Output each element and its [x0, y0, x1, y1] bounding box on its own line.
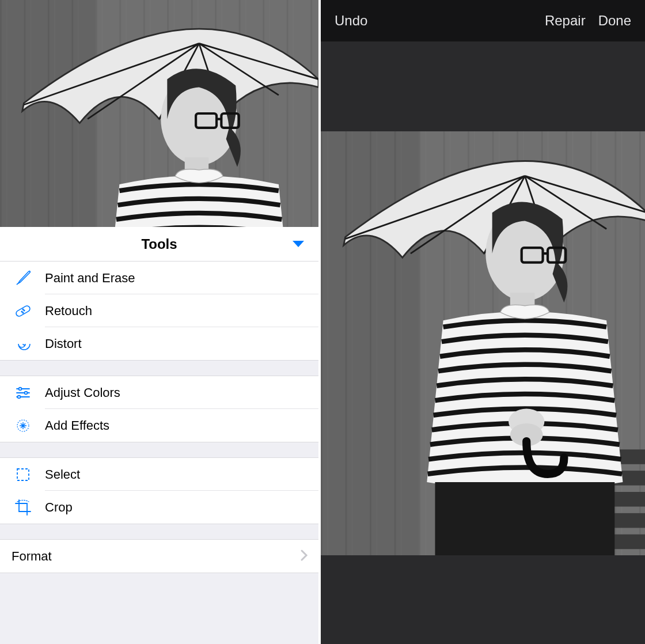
- preview-image-right[interactable]: [321, 131, 645, 555]
- brush-icon: [12, 267, 35, 290]
- tools-header[interactable]: Tools: [0, 227, 318, 262]
- tool-retouch[interactable]: Retouch: [0, 294, 318, 327]
- tool-label: Distort: [45, 336, 82, 351]
- tools-group-1: Paint and Erase Retouch: [0, 262, 318, 360]
- repair-toolbar: Undo Repair Done: [321, 0, 645, 41]
- format-row[interactable]: Format: [0, 540, 318, 573]
- tool-label: Add Effects: [45, 418, 109, 433]
- tool-adjust-colors[interactable]: Adjust Colors: [0, 376, 318, 409]
- canvas-padding-bottom: [321, 555, 645, 644]
- bandage-icon: [12, 300, 35, 323]
- svg-rect-31: [17, 469, 29, 480]
- left-pane: Tools Paint and Erase: [0, 0, 318, 644]
- tools-title: Tools: [141, 236, 177, 252]
- tool-crop[interactable]: Crop: [0, 491, 318, 524]
- undo-button[interactable]: Undo: [335, 13, 367, 29]
- done-button[interactable]: Done: [598, 13, 631, 29]
- tool-label: Select: [45, 467, 80, 482]
- repair-button[interactable]: Repair: [545, 13, 586, 29]
- tool-add-effects[interactable]: Add Effects: [0, 409, 318, 442]
- tool-label: Adjust Colors: [45, 385, 120, 400]
- tool-label: Retouch: [45, 304, 92, 319]
- right-pane: Undo Repair Done: [318, 0, 645, 644]
- svg-rect-19: [15, 305, 31, 317]
- chevron-right-icon: [300, 549, 308, 564]
- sparkle-icon: [12, 414, 35, 437]
- crop-icon: [12, 496, 35, 519]
- canvas-padding-top: [321, 41, 645, 131]
- sliders-icon: [12, 381, 35, 404]
- svg-point-21: [24, 310, 25, 311]
- format-label: Format: [12, 549, 52, 564]
- tool-select[interactable]: Select: [0, 458, 318, 491]
- svg-point-29: [18, 395, 21, 398]
- collapse-caret-icon[interactable]: [292, 240, 305, 248]
- svg-point-22: [22, 309, 24, 310]
- svg-point-20: [21, 311, 22, 312]
- tool-label: Crop: [45, 500, 73, 515]
- preview-image-left: [0, 0, 318, 227]
- spiral-icon: [12, 332, 35, 355]
- marquee-icon: [12, 463, 35, 486]
- tool-label: Paint and Erase: [45, 271, 135, 286]
- tools-group-3: Select Crop: [0, 458, 318, 524]
- svg-point-27: [25, 391, 28, 394]
- tools-group-2: Adjust Colors Add Effects: [0, 376, 318, 442]
- tool-distort[interactable]: Distort: [0, 327, 318, 360]
- svg-point-23: [22, 312, 24, 313]
- left-empty-area: [0, 589, 318, 644]
- tool-paint-and-erase[interactable]: Paint and Erase: [0, 262, 318, 294]
- svg-point-25: [19, 387, 22, 390]
